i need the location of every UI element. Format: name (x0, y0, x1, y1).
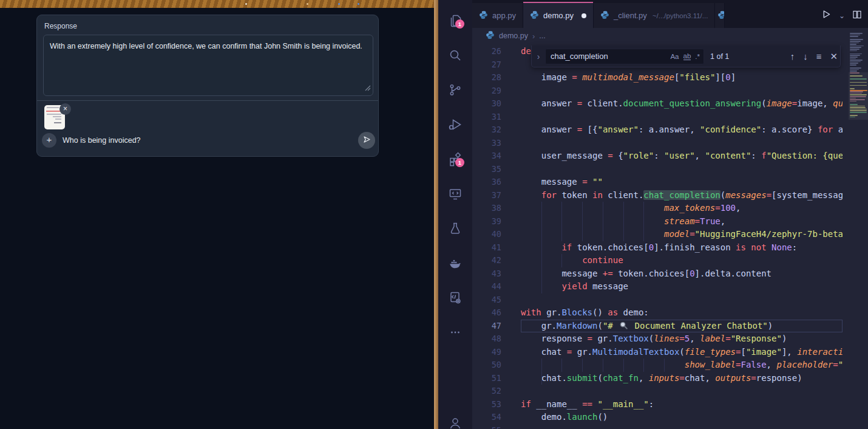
code-line-52 (521, 385, 843, 398)
code-line-45 (521, 293, 843, 307)
remote-explorer-icon[interactable] (448, 187, 463, 201)
next-match-icon[interactable]: ↓ (803, 51, 808, 61)
tab-path: ~/.../python3.11/... (653, 12, 708, 19)
line-number: 29 (472, 84, 501, 98)
tab-clipped[interactable] (715, 3, 725, 28)
code-line-41: if token.choices[0].finish_reason is not… (521, 241, 843, 255)
account-icon[interactable] (448, 416, 463, 429)
run-dropdown-chevron-icon[interactable]: ⌄ (839, 12, 845, 20)
send-button[interactable] (358, 132, 375, 149)
search-icon[interactable] (448, 48, 463, 63)
chat-input[interactable]: Who is being invoiced? (63, 136, 141, 145)
browser-titlebar[interactable] (0, 0, 434, 8)
line-number: 40 (472, 228, 501, 241)
code-line-40: model="HuggingFaceH4/zephyr-7b-beta"): (521, 228, 843, 241)
tab-label: app.py (492, 11, 516, 20)
code-line-50: show_label=False, placeholder=" (521, 359, 843, 372)
split-editor-button[interactable] (852, 10, 862, 22)
editor-group: app.pydemo.py_client.py~/.../python3.11/… (472, 0, 868, 429)
minimap-line (850, 69, 859, 70)
code-line-31 (521, 111, 843, 124)
code-line-55 (521, 424, 843, 429)
divider (37, 100, 378, 101)
line-number: 38 (472, 202, 501, 215)
minimap-line (850, 63, 858, 64)
code-line-34: user_message = {"role": "user", "content… (521, 149, 843, 163)
chatbot-panel: Response With an extremely high level of… (36, 15, 379, 157)
find-collapse-chevron-icon[interactable]: › (532, 52, 545, 61)
docker-icon[interactable] (448, 256, 463, 270)
code-editor[interactable]: def chat_fn(multimodal_message): image =… (521, 45, 843, 429)
line-number: 35 (472, 163, 501, 176)
extensions-icon[interactable]: 1 (448, 152, 463, 166)
remove-attachment-button[interactable]: × (59, 103, 71, 115)
minimap[interactable] (849, 33, 868, 410)
close-find-icon[interactable]: ✕ (830, 51, 838, 62)
window-sash[interactable] (434, 0, 438, 429)
source-control-icon[interactable] (448, 83, 463, 97)
code-line-37: for token in client.chat_completion(mess… (521, 189, 843, 202)
response-textbox[interactable]: With an extremely high level of confiden… (43, 35, 373, 96)
regex-toggle[interactable]: .* (695, 53, 700, 60)
screen: Response With an extremely high level of… (0, 0, 868, 429)
minimap-line (850, 46, 864, 47)
titlebar-speck (338, 3, 340, 5)
line-number: 49 (472, 346, 501, 359)
minimap-line (850, 43, 859, 44)
run-debug-icon[interactable] (448, 117, 463, 132)
more-icon[interactable] (448, 325, 463, 340)
line-number: 27 (472, 58, 501, 72)
find-input[interactable]: chat_completion Aa ab .* (545, 49, 704, 64)
match-case-toggle[interactable]: Aa (670, 53, 679, 60)
whole-word-toggle[interactable]: ab (683, 52, 691, 60)
breadcrumb[interactable]: demo.py › ... (472, 28, 849, 44)
breadcrumb-file[interactable]: demo.py (499, 32, 528, 40)
python-file-icon (486, 30, 495, 41)
minimap-line (850, 41, 861, 42)
line-number: 33 (472, 137, 501, 150)
code-line-35 (521, 163, 843, 176)
minimap-line (850, 50, 857, 52)
previous-match-icon[interactable]: ↑ (790, 51, 795, 61)
line-number: 54 (472, 411, 501, 424)
minimap-line (850, 39, 863, 40)
line-number: 34 (472, 149, 501, 163)
tab-demo.py[interactable]: demo.py (523, 3, 594, 28)
find-in-selection-icon[interactable]: ≡ (816, 51, 822, 61)
chevron-right-icon: › (532, 32, 535, 41)
line-number-gutter: 2627282930313233343536373839404142434445… (472, 45, 501, 429)
line-number: 53 (472, 398, 501, 411)
line-number: 44 (472, 280, 501, 293)
breadcrumb-more[interactable]: ... (539, 32, 545, 40)
line-number: 26 (472, 45, 501, 58)
tab-app.py[interactable]: app.py (472, 3, 523, 28)
minimap-line (850, 53, 862, 55)
minimap-line (850, 44, 856, 45)
minimap-viewport[interactable] (849, 72, 868, 120)
code-line-46: with gr.Blocks() as demo: (521, 306, 843, 320)
code-line-49: chat = gr.MultimodalTextbox(file_types=[… (521, 346, 843, 359)
testing-icon[interactable] (448, 221, 463, 236)
containers-config-icon[interactable] (448, 290, 463, 305)
code-line-43: message += token.choices[0].delta.conten… (521, 267, 843, 281)
line-number: 42 (472, 254, 501, 267)
line-number: 39 (472, 215, 501, 228)
titlebar-speck (307, 3, 308, 5)
python-file-icon (530, 10, 539, 21)
run-python-file-button[interactable] (821, 9, 832, 22)
resize-handle[interactable] (365, 83, 371, 94)
add-file-button[interactable]: + (42, 133, 56, 148)
line-number: 36 (472, 176, 501, 189)
code-line-54: demo.launch() (521, 411, 843, 424)
code-line-32: answer = [{"answer": a.answer, "confiden… (521, 123, 843, 137)
line-number: 32 (472, 123, 501, 137)
line-number: 48 (472, 332, 501, 346)
minimap-line (850, 36, 858, 37)
minimap-line (850, 57, 858, 58)
explorer-icon[interactable]: 1 (448, 13, 463, 28)
minimap-line (850, 64, 856, 66)
find-query-text[interactable]: chat_completion (551, 52, 666, 61)
code-line-53: if __name__ == "__main__": (521, 398, 843, 411)
modified-dot-icon[interactable] (581, 13, 586, 18)
tab-_client.py[interactable]: _client.py~/.../python3.11/... (594, 3, 715, 28)
